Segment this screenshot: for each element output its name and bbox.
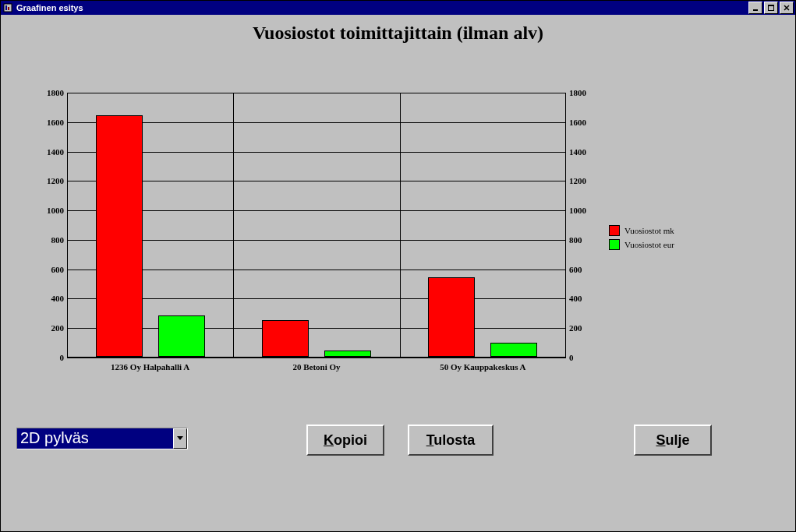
plot-area: 0020020040040060060080080010001000120012… [67,93,566,358]
gridline [233,93,234,358]
copy-button[interactable]: Kopioi [306,425,384,456]
y-tick-label-right: 400 [569,294,582,303]
chevron-down-icon [177,436,183,441]
y-tick-label: 1400 [47,147,64,157]
content-area: Vuosiostot toimittajittain (ilman alv) 0… [1,15,795,531]
y-tick-label-right: 1800 [569,88,586,97]
y-tick-label: 1800 [47,88,64,97]
y-tick-label-right: 600 [569,265,582,274]
app-window: Graafinen esitys Vuosiostot toimittajitt… [0,0,796,532]
bar [490,343,537,357]
dropdown-button[interactable] [173,428,187,449]
legend-swatch-icon [609,225,620,236]
gridline [67,358,566,358]
y-tick-label: 400 [51,294,65,303]
y-tick-label: 1000 [47,206,64,215]
svg-rect-5 [768,5,774,6]
y-tick-label: 0 [60,353,65,362]
window-title: Graafinen esitys [16,3,747,12]
y-tick-label-right: 200 [569,323,582,333]
maximize-button[interactable] [764,2,778,14]
button-label-rest: opioi [334,432,367,448]
x-tick-label: 20 Betoni Oy [292,362,340,372]
y-tick-label: 600 [51,265,65,274]
print-button[interactable]: Tulosta [408,425,494,456]
y-tick-label-right: 800 [569,235,582,245]
gridline [400,93,401,358]
y-tick-label-right: 0 [569,353,574,362]
svg-rect-2 [8,7,9,10]
button-mnemonic: T [426,432,434,448]
close-app-button[interactable]: Sulje [634,425,712,456]
bar [158,315,205,357]
svg-rect-3 [753,9,758,11]
bar [324,351,371,357]
x-tick-label: 50 Oy Kauppakeskus A [440,362,525,372]
legend-entry: Vuosiostot mk [609,225,674,236]
y-tick-label-right: 1600 [569,118,586,127]
bar [96,115,143,357]
chart-type-select[interactable]: 2D pylväs [16,428,188,449]
bar [428,277,475,357]
chart-area: 0020020040040060060080080010001000120012… [24,93,589,389]
y-tick-label: 800 [51,235,65,245]
y-tick-label-right: 1000 [569,206,586,215]
y-tick-label-right: 1400 [569,147,586,157]
y-tick-label: 200 [51,323,65,333]
chart-type-value: 2D pylväs [17,428,173,449]
x-tick-label: 1236 Oy Halpahalli A [111,362,189,372]
legend-swatch-icon [609,239,620,250]
svg-marker-8 [177,436,183,440]
y-tick-label-right: 1200 [569,176,586,185]
legend-label: Vuosiostot eur [624,240,674,249]
svg-rect-1 [5,5,7,10]
y-tick-label: 1200 [47,176,64,185]
button-mnemonic: K [324,432,334,448]
legend-entry: Vuosiostot eur [609,239,674,250]
bar [262,320,309,357]
button-label-rest: ulje [666,432,690,448]
chart-title: Vuosiostot toimittajittain (ilman alv) [1,23,795,44]
gridline [67,93,566,93]
legend: Vuosiostot mk Vuosiostot eur [609,225,674,253]
close-button[interactable] [780,2,794,14]
app-icon [2,2,13,13]
titlebar: Graafinen esitys [1,1,795,15]
y-tick-label: 1600 [47,118,64,127]
legend-label: Vuosiostot mk [624,226,674,235]
button-label-rest: ulosta [433,432,475,448]
button-mnemonic: S [656,432,665,448]
minimize-button[interactable] [748,2,762,14]
